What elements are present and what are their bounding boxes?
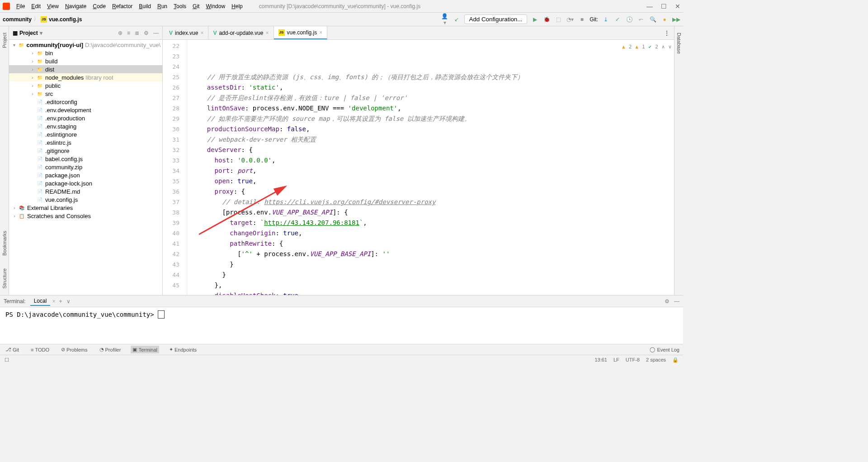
endpoints-tool-tab[interactable]: ✦ Endpoints <box>167 346 198 353</box>
indent-status[interactable]: 2 spaces <box>646 357 666 363</box>
tree-item-dist[interactable]: ›📁dist <box>9 65 162 73</box>
run-icon[interactable]: ▶ <box>531 16 539 23</box>
project-root[interactable]: ▾📁community [ruoyi-ui]D:\javacode\commun… <box>9 41 162 49</box>
minimize-icon[interactable]: — <box>646 3 653 10</box>
debug-icon[interactable]: 🐞 <box>542 16 551 23</box>
caret-position[interactable]: 13:61 <box>594 357 607 363</box>
down-icon[interactable]: ∨ <box>668 42 671 52</box>
warnings-strip[interactable]: ▲2 ▲1 ✔2 ∧ ∨ <box>622 42 671 52</box>
breadcrumb-file[interactable]: vue.config.js <box>49 16 82 23</box>
todo-tool-tab[interactable]: ≡ TODO <box>29 346 51 353</box>
structure-tool-tab[interactable]: Structure <box>1 267 8 291</box>
file-encoding[interactable]: UTF-8 <box>626 357 640 363</box>
up-icon[interactable]: ∧ <box>662 42 665 52</box>
git-update-icon[interactable]: ⤓ <box>602 16 610 23</box>
tree-item--eslintignore[interactable]: 📄.eslintignore <box>9 130 162 138</box>
editor-tabs-more-icon[interactable]: ⋮ <box>660 26 674 39</box>
problems-tool-tab[interactable]: ⊘ Problems <box>59 346 89 353</box>
tree-item--env-staging[interactable]: 📄.env.staging <box>9 122 162 130</box>
project-tree[interactable]: ▾📁community [ruoyi-ui]D:\javacode\commun… <box>9 40 162 295</box>
code-content[interactable]: ▲2 ▲1 ✔2 ∧ ∨ // 用于放置生成的静态资源 (js、css、img、… <box>187 40 674 295</box>
menu-refactor[interactable]: Refactor <box>109 2 135 10</box>
bookmarks-tool-tab[interactable]: Bookmarks <box>1 229 8 257</box>
terminal-label: Terminal: <box>4 298 26 305</box>
hide-icon[interactable]: — <box>153 30 159 36</box>
menu-code[interactable]: Code <box>90 2 108 10</box>
add-configuration-button[interactable]: Add Configuration... <box>464 14 528 24</box>
menu-tools[interactable]: Tools <box>171 2 189 10</box>
git-tool-tab[interactable]: ⎇ Git <box>4 346 21 353</box>
menu-edit[interactable]: Edit <box>28 2 43 10</box>
editor-tab-vue-config-js[interactable]: JSvue.config.js× <box>274 26 328 39</box>
run-anything-icon[interactable]: ▶▶ <box>672 16 680 23</box>
terminal-settings-icon[interactable]: ⚙ <box>665 298 670 305</box>
menu-window[interactable]: Window <box>203 2 228 10</box>
tree-item--eslintrc-js[interactable]: 📄.eslintrc.js <box>9 138 162 147</box>
lock-icon[interactable]: 🔒 <box>672 357 679 363</box>
database-tool-tab[interactable]: Database <box>675 31 683 56</box>
tree-item-babel-config-js[interactable]: 📄babel.config.js <box>9 155 162 163</box>
coverage-icon[interactable]: ⬚ <box>554 16 562 23</box>
locate-icon[interactable]: ⊕ <box>118 30 123 36</box>
editor-tab-index-vue[interactable]: Vindex.vue× <box>165 26 208 39</box>
tree-item--editorconfig[interactable]: 📄.editorconfig <box>9 98 162 106</box>
tree-item-README-md[interactable]: 📄README.md <box>9 187 162 195</box>
terminal-tool-tab[interactable]: ▣ Terminal <box>131 346 159 353</box>
collapse-all-icon[interactable]: ≣ <box>135 30 139 36</box>
tree-item-package-json[interactable]: 📄package.json <box>9 171 162 179</box>
menu-run[interactable]: Run <box>155 2 170 10</box>
tree-item--env-production[interactable]: 📄.env.production <box>9 114 162 122</box>
add-terminal-icon[interactable]: + <box>59 298 62 305</box>
editor-tab-add-or-update-vue[interactable]: Vadd-or-update.vue× <box>208 26 274 39</box>
tree-item--env-development[interactable]: 📄.env.development <box>9 106 162 114</box>
tree-item-package-lock-json[interactable]: 📄package-lock.json <box>9 179 162 187</box>
close-tab-icon[interactable]: × <box>319 29 322 36</box>
expand-all-icon[interactable]: ≡ <box>127 30 130 36</box>
tree-item-build[interactable]: ›📁build <box>9 57 162 65</box>
profile-icon[interactable]: ◔▾ <box>566 16 574 23</box>
git-revert-icon[interactable]: ⤺ <box>637 16 645 23</box>
gutter[interactable]: 2223242526272829303132333435363738394041… <box>163 40 187 295</box>
menu-git[interactable]: Git <box>190 2 202 10</box>
tree-item--gitignore[interactable]: 📄.gitignore <box>9 147 162 155</box>
tree-item-src[interactable]: ›📁src <box>9 90 162 98</box>
menu-help[interactable]: Help <box>229 2 245 10</box>
ide-settings-icon[interactable]: ● <box>660 16 669 23</box>
tree-item-vue-config-js[interactable]: 📄vue.config.js <box>9 195 162 204</box>
git-history-icon[interactable]: 🕓 <box>625 16 633 23</box>
project-header: ▦Project▾ ⊕ ≡ ≣ ⚙ — <box>9 26 162 40</box>
event-log-tab[interactable]: Event Log <box>657 347 679 352</box>
project-header-title[interactable]: ▦Project▾ <box>13 30 42 36</box>
user-icon[interactable]: 👤▾ <box>441 13 449 26</box>
menu-view[interactable]: View <box>44 2 61 10</box>
close-icon[interactable]: ✕ <box>675 3 680 10</box>
stop-icon[interactable]: ■ <box>578 16 586 23</box>
line-separator[interactable]: LF <box>613 357 619 363</box>
search-icon[interactable]: 🔍 <box>649 16 657 23</box>
bottom-tool-tabs: ⎇ Git ≡ TODO ⊘ Problems ◔ Profiler ▣ Ter… <box>0 344 683 355</box>
tree-item-bin[interactable]: ›📁bin <box>9 49 162 57</box>
event-log-icon[interactable]: ◯ <box>650 347 655 352</box>
breadcrumb-project[interactable]: community <box>3 16 32 23</box>
terminal-tab-local[interactable]: Local <box>30 297 51 306</box>
close-tab-icon[interactable]: × <box>200 30 203 36</box>
menu-navigate[interactable]: Navigate <box>62 2 89 10</box>
menu-build[interactable]: Build <box>136 2 154 10</box>
profiler-tool-tab[interactable]: ◔ Profiler <box>98 346 123 353</box>
close-tab-icon[interactable]: × <box>266 30 269 36</box>
menu-file[interactable]: File <box>14 2 28 10</box>
close-tab-icon[interactable]: × <box>52 298 55 305</box>
git-commit-icon[interactable]: ✓ <box>613 16 622 23</box>
hammer-icon[interactable]: ↙ <box>453 16 461 23</box>
tree-item-node_modules[interactable]: ›📁node_modules library root <box>9 73 162 81</box>
tree-item-public[interactable]: ›📁public <box>9 81 162 90</box>
gear-icon[interactable]: ⚙ <box>144 30 149 36</box>
terminal-dropdown-icon[interactable]: ∨ <box>66 298 71 305</box>
maximize-icon[interactable]: ☐ <box>661 3 667 10</box>
terminal-body[interactable]: PS D:\javacode\community_vue\community> <box>0 307 683 344</box>
tree-scratches[interactable]: ›📋Scratches and Consoles <box>9 212 162 220</box>
tree-item-community-zip[interactable]: 📄community.zip <box>9 163 162 171</box>
terminal-hide-icon[interactable]: — <box>674 298 679 305</box>
tree-external[interactable]: ›📚External Libraries <box>9 204 162 212</box>
project-tool-tab[interactable]: Project <box>1 31 8 50</box>
